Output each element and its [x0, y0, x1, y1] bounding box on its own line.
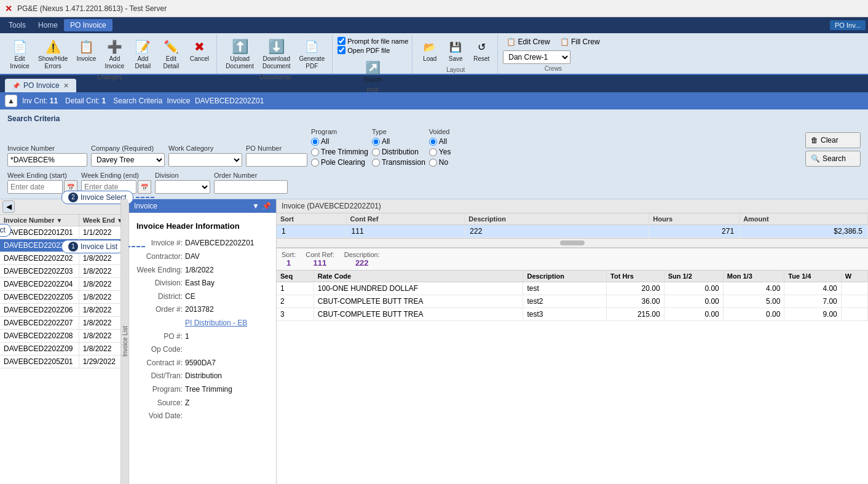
invoice-list-row[interactable]: DAVEBCED2205Z01 1/29/2022	[0, 355, 128, 368]
type-transmission-option[interactable]: Transmission	[372, 158, 425, 167]
voided-no-option[interactable]: No	[429, 158, 451, 167]
voided-all-radio[interactable]	[429, 138, 437, 146]
time-detail-container[interactable]: Seq Rate Code Description Tot Hrs Sun 1/…	[277, 271, 868, 484]
invoice-header-field-row: Division: East Bay	[136, 277, 269, 290]
download-icon: ⬇️	[268, 38, 285, 55]
generate-pdf-label: GeneratePDF	[299, 55, 325, 70]
invoice-number-cell: DAVEBCED2202Z05	[0, 291, 79, 304]
invoice-list-row[interactable]: DAVEBCED2202Z05 1/8/2022	[0, 291, 128, 304]
invoice-header-field-label: Order #:	[136, 303, 183, 317]
type-distribution-radio[interactable]	[372, 148, 380, 156]
list-nav-back-button[interactable]: ◀	[2, 200, 15, 213]
company-select[interactable]: Davey Tree	[91, 153, 165, 167]
week-ending-start-input[interactable]	[7, 180, 63, 194]
show-hide-errors-button[interactable]: ⚠️ Show/HideErrors	[34, 36, 71, 73]
edit-crew-button[interactable]: 📋 Edit Crew	[503, 36, 553, 48]
sort-cell: 1	[277, 225, 346, 238]
division-select[interactable]	[155, 180, 210, 194]
edit-detail-button[interactable]: ✏️ EditDetail	[157, 36, 184, 73]
clear-button[interactable]: 🗑 Clear	[805, 132, 861, 148]
tue-cell: 7.00	[784, 295, 841, 308]
prompt-file-name-checkbox[interactable]	[337, 37, 345, 45]
add-invoice-label: AddInvoice	[105, 55, 125, 70]
menu-po-invoice[interactable]: PO Invoice	[64, 19, 112, 31]
reset-button[interactable]: ↺ Reset	[469, 36, 494, 65]
cancel-button[interactable]: ✖ Cancel	[186, 36, 213, 65]
download-document-button[interactable]: ⬇️ DownloadDocument	[259, 36, 294, 73]
program-pole-radio[interactable]	[311, 159, 319, 167]
po-invoice-tab[interactable]: 📌 PO Invoice ✕	[5, 79, 76, 92]
invoice-list-row[interactable]: DAVEBCED2202Z04 1/8/2022	[0, 278, 128, 291]
open-pdf-checkbox-label[interactable]: Open PDF file	[337, 46, 408, 54]
type-distribution-option[interactable]: Distribution	[372, 148, 425, 156]
time-detail-row[interactable]: 1 100-ONE HUNDRED DOLLAF test 20.00 0.00…	[277, 282, 868, 295]
program-all-option[interactable]: All	[311, 137, 368, 146]
invoice-list-row[interactable]: DAVEBCED2202Z07 1/8/2022	[0, 317, 128, 330]
tab-pin-icon: 📌	[12, 82, 20, 89]
search-button[interactable]: 🔍 Search	[805, 151, 861, 167]
menu-tools[interactable]: Tools	[2, 19, 32, 31]
panel-filter-icon[interactable]: ▼	[252, 202, 259, 210]
invoice-list-row[interactable]: DAVEBCED2202Z02 1/8/2022	[0, 252, 128, 265]
edit-invoice-button[interactable]: 📄 EditInvoice	[6, 36, 33, 73]
load-button[interactable]: 📂 Load	[417, 36, 442, 65]
menu-bar: Tools Home PO Invoice PO Inv...	[0, 17, 868, 33]
invoice-header-field-row: District: CE	[136, 290, 269, 304]
voided-no-radio[interactable]	[429, 159, 437, 167]
voided-all-option[interactable]: All	[429, 137, 451, 146]
program-all-radio[interactable]	[311, 138, 319, 146]
export-button[interactable]: ↗️ Export	[360, 57, 387, 86]
invoice-button[interactable]: 📋 Invoice	[73, 36, 100, 65]
show-hide-label: Show/HideErrors	[38, 55, 68, 70]
search-icon: 🔍	[811, 154, 820, 163]
seq-cell: 3	[277, 308, 314, 321]
fill-crew-button[interactable]: 📋 Fill Crew	[556, 36, 604, 48]
panel-header-icons: ▼ 📌	[252, 202, 271, 210]
voided-yes-radio[interactable]	[429, 148, 437, 156]
collapse-button[interactable]: ▲	[5, 95, 17, 107]
time-detail-row[interactable]: 2 CBUT-COMPLETE BUTT TREA test2 36.00 0.…	[277, 295, 868, 308]
prompt-file-name-checkbox-label[interactable]: Prompt for file name	[337, 37, 408, 45]
sort-col: Sort	[277, 213, 346, 225]
invoice-header-scroll[interactable]: Invoice Header Information Invoice #: DA…	[129, 213, 276, 484]
type-all-option[interactable]: All	[372, 137, 425, 146]
detail-row[interactable]: 1 111 222 271 $2,386.5	[277, 225, 868, 238]
type-transmission-radio[interactable]	[372, 159, 380, 167]
po-number-input[interactable]	[246, 153, 307, 167]
voided-yes-option[interactable]: Yes	[429, 148, 451, 156]
invoice-list-scroll[interactable]: Invoice Number ▼ Week End ▼ DAVEBCED2201…	[0, 215, 128, 484]
program-tree-radio[interactable]	[311, 148, 319, 156]
menu-home[interactable]: Home	[32, 19, 64, 31]
title-bar-text: PG&E (Nexus 1.471.2201.8613) - Test Serv…	[17, 4, 167, 13]
crew-dropdown[interactable]: Dan Crew-1	[503, 50, 570, 64]
order-number-input[interactable]	[214, 180, 288, 194]
program-tree-option[interactable]: Tree Trimming	[311, 148, 368, 156]
panel-pin-icon[interactable]: 📌	[262, 202, 271, 210]
invoice-list-row[interactable]: DAVEBCED2202Z08 1/8/2022	[0, 330, 128, 343]
horizontal-scrollbar[interactable]	[277, 238, 868, 248]
program-pole-option[interactable]: Pole Clearing	[311, 158, 368, 167]
invoice-list-row[interactable]: DAVEBCED2202Z06 1/8/2022	[0, 304, 128, 317]
invoice-detail-table-container[interactable]: Sort Cont Ref Description Hours Amount 1…	[277, 213, 868, 238]
invoice-number-input[interactable]	[7, 153, 87, 167]
upload-document-button[interactable]: ⬆️ UploadDocument	[222, 36, 258, 73]
open-pdf-checkbox[interactable]	[337, 46, 345, 54]
invoice-list-row[interactable]: DAVEBCED2202Z03 1/8/2022	[0, 265, 128, 278]
invoice-number-cell: DAVEBCED2202Z08	[0, 330, 79, 343]
tab-close-icon[interactable]: ✕	[63, 82, 69, 90]
work-category-select[interactable]	[168, 153, 242, 167]
invoice-list-row[interactable]: DAVEBCED2201Z01 1/1/2022	[0, 226, 128, 239]
save-button[interactable]: 💾 Save	[443, 36, 468, 65]
menu-right-tab[interactable]: PO Inv...	[830, 20, 866, 30]
tue-col: Tue 1/4	[784, 271, 841, 282]
search-criteria-panel: Search Criteria Invoice Number Company (…	[0, 109, 868, 199]
type-all-radio[interactable]	[372, 138, 380, 146]
invoice-header-field-value[interactable]: PI Distribution - EB	[185, 317, 247, 330]
add-detail-button[interactable]: 📝 AddDetail	[129, 36, 156, 73]
generate-pdf-button[interactable]: 📄 GeneratePDF	[296, 36, 329, 73]
invoice-list-row[interactable]: DAVEBCED2202Z09 1/8/2022	[0, 343, 128, 355]
time-detail-row[interactable]: 3 CBUT-COMPLETE BUTT TREA test3 215.00 0…	[277, 308, 868, 321]
cont-ref-col: Cont Ref	[346, 213, 465, 225]
add-invoice-button[interactable]: ➕ AddInvoice	[101, 36, 128, 73]
load-icon: 📂	[421, 38, 438, 55]
